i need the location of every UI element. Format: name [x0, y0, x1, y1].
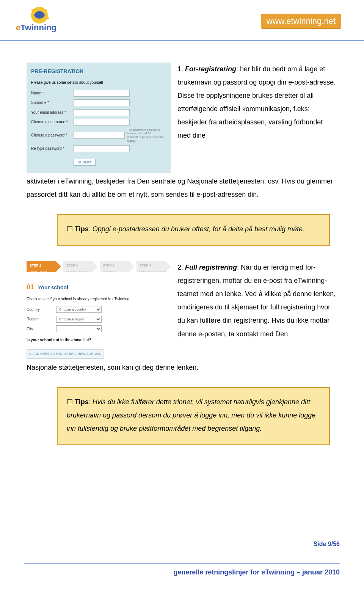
registration-steps-figure: STEP 1 ABOUT YOUR SCHOOL STEP 2 ABOUT YO…: [27, 261, 171, 359]
step3-title: STEP 3: [103, 262, 131, 269]
name-label: Name *: [31, 89, 74, 97]
form-title: PRE-REGISTRATION: [31, 66, 166, 77]
username-input[interactable]: [74, 119, 130, 126]
step4-sub: PREVIEW & UPLOAD: [140, 269, 168, 275]
page-footer: Side 9/56 generelle retningslinjer for e…: [24, 541, 340, 576]
svg-text:e: e: [16, 23, 20, 32]
main-content: PRE-REGISTRATION Please give us some det…: [0, 41, 364, 445]
paragraph-1-right: 1. For-registrering: her blir du bedt om…: [177, 63, 337, 173]
svg-point-1: [31, 9, 34, 11]
tips1-text: : Oppgi e-postadressen du bruker oftest,…: [89, 225, 304, 233]
surname-label: Surname *: [31, 99, 74, 107]
step1-title: STEP 1: [30, 262, 58, 269]
step2-title: STEP 2: [66, 262, 95, 269]
password-hint: The password should be between 6 and 10 …: [127, 128, 166, 143]
tips-box-2: ☐ Tips: Hvis du ikke fullfører dette tri…: [57, 387, 330, 445]
password-input[interactable]: [74, 132, 125, 139]
retype-label: Re-type password *: [31, 145, 74, 152]
step1-sub: ABOUT YOUR SCHOOL: [30, 269, 58, 279]
p2-title: Full registrering: [185, 264, 237, 271]
email-label: Your email address *: [31, 109, 74, 116]
username-label: Choose a username *: [31, 118, 74, 126]
school-step-title: Your school: [38, 282, 68, 293]
step-4-chip[interactable]: STEP 4 PREVIEW & UPLOAD: [136, 261, 171, 272]
p1-title: For-registrering: [185, 65, 236, 73]
country-select[interactable]: Choose a country: [56, 306, 102, 313]
step-1-chip[interactable]: STEP 1 ABOUT YOUR SCHOOL: [27, 261, 61, 272]
etwinning-logo: e Twinning: [16, 5, 65, 38]
tips1-label: Tips: [75, 225, 89, 233]
paragraph-1-continuation: aktiviteter i eTwinning, beskjeder fra D…: [27, 175, 337, 201]
page-number: Side 9/56: [24, 541, 340, 548]
page-header: e Twinning www.etwinning.net: [0, 0, 364, 41]
region-label: Region: [27, 315, 56, 323]
school-step-number: 01: [27, 281, 34, 294]
tips-box-1: ☐ Tips: Oppgi e-postadressen du bruker o…: [57, 214, 330, 246]
register-new-school-link[interactable]: CLICK HERE TO REGISTER A NEW SCHOOL: [27, 349, 104, 359]
paragraph-2-continuation: Nasjonale støttetjenesten, som kan gi de…: [27, 361, 337, 374]
email-input[interactable]: [74, 109, 130, 116]
p2-text: : Når du er ferdig med for-registreringe…: [177, 264, 336, 337]
city-label: City: [27, 325, 56, 333]
step4-title: STEP 4: [140, 262, 168, 269]
school-question: Is your school not in the above list?: [27, 336, 171, 344]
site-url-badge: www.etwinning.net: [261, 14, 341, 29]
form-subtitle: Please give us some details about yourse…: [31, 79, 166, 86]
school-subtitle: Check to see if your school is already r…: [27, 295, 171, 303]
svg-text:Twinning: Twinning: [20, 23, 56, 32]
step3-sub: TWINNING PREFERENCES: [103, 269, 131, 279]
surname-input[interactable]: [74, 99, 130, 106]
footer-title: generelle retningslinjer for eTwinning –…: [24, 568, 340, 576]
password-label: Choose a password *: [31, 132, 74, 139]
name-input[interactable]: [74, 90, 130, 97]
city-select[interactable]: [56, 325, 102, 332]
p1-rest: : her blir du bedt om å lage et brukerna…: [177, 65, 336, 139]
tips2-text: : Hvis du ikke fullfører dette trinnet, …: [67, 398, 315, 432]
svg-point-2: [45, 9, 47, 12]
step-3-chip[interactable]: STEP 3 TWINNING PREFERENCES: [100, 261, 134, 272]
submit-button[interactable]: SUBMIT: [74, 159, 96, 166]
pre-registration-form: PRE-REGISTRATION Please give us some det…: [27, 63, 171, 173]
tips2-label: Tips: [75, 398, 89, 406]
country-label: Country: [27, 306, 56, 314]
paragraph-2-right: 2. Full registrering: Når du er ferdig m…: [177, 261, 337, 359]
region-select[interactable]: Choose a region: [56, 316, 102, 323]
p1-num: 1.: [177, 65, 185, 73]
retype-input[interactable]: [74, 145, 130, 152]
svg-point-3: [47, 17, 49, 19]
p2-num: 2.: [177, 264, 185, 271]
step2-sub: ABOUT YOURSELF: [66, 269, 95, 275]
step-2-chip[interactable]: STEP 2 ABOUT YOURSELF: [63, 261, 98, 272]
